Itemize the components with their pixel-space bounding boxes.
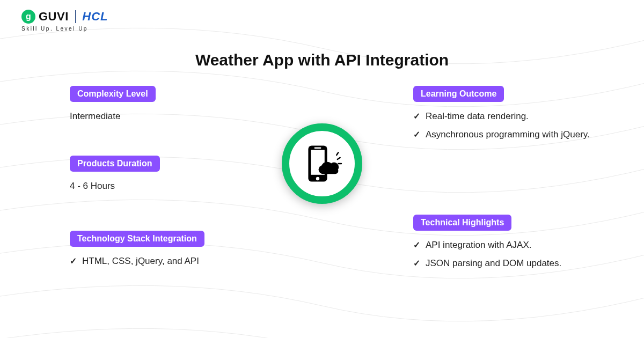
guvi-mark-icon: g bbox=[21, 10, 35, 24]
list-item-text: Asynchronous programming with jQuery. bbox=[426, 128, 590, 142]
section-learning: Learning Outcome ✓ Real-time data render… bbox=[413, 86, 590, 145]
badge-stack: Technology Stack Integration bbox=[70, 231, 204, 247]
svg-point-2 bbox=[316, 177, 319, 180]
badge-technical: Technical Highlights bbox=[413, 215, 511, 231]
check-icon: ✓ bbox=[413, 128, 420, 142]
page-title: Weather App with API Integration bbox=[0, 51, 644, 69]
check-icon: ✓ bbox=[413, 256, 420, 270]
logo-divider bbox=[75, 10, 76, 23]
svg-rect-3 bbox=[314, 148, 321, 149]
tagline: Skill Up. Level Up bbox=[21, 26, 108, 32]
list-item: ✓ HTML, CSS, jQuery, and API bbox=[70, 254, 204, 268]
check-icon: ✓ bbox=[413, 109, 420, 123]
badge-learning: Learning Outcome bbox=[413, 86, 504, 102]
center-icon-circle bbox=[282, 123, 362, 204]
check-icon: ✓ bbox=[413, 238, 420, 252]
list-item-text: HTML, CSS, jQuery, and API bbox=[82, 254, 199, 268]
svg-line-10 bbox=[336, 152, 338, 155]
section-stack: Technology Stack Integration ✓ HTML, CSS… bbox=[70, 231, 204, 273]
guvi-logo: g GUVI bbox=[21, 10, 69, 24]
duration-value: 4 - 6 Hours bbox=[70, 179, 160, 193]
brand-header: g GUVI HCL Skill Up. Level Up bbox=[21, 10, 108, 32]
section-complexity: Complexity Level Intermediate bbox=[70, 86, 156, 123]
list-item: ✓ JSON parsing and DOM updates. bbox=[413, 256, 561, 270]
complexity-value: Intermediate bbox=[70, 109, 156, 123]
mobile-weather-icon bbox=[301, 142, 343, 185]
check-icon: ✓ bbox=[70, 254, 77, 268]
list-item: ✓ Asynchronous programming with jQuery. bbox=[413, 128, 590, 142]
section-technical: Technical Highlights ✓ API integration w… bbox=[413, 215, 561, 274]
list-item: ✓ Real-time data rendering. bbox=[413, 109, 590, 123]
list-item-text: API integration with AJAX. bbox=[426, 238, 532, 252]
section-duration: Products Duration 4 - 6 Hours bbox=[70, 156, 160, 193]
hcl-logo: HCL bbox=[82, 10, 108, 24]
svg-rect-7 bbox=[320, 168, 339, 174]
guvi-wordmark: GUVI bbox=[39, 10, 69, 24]
badge-complexity: Complexity Level bbox=[70, 86, 156, 102]
learning-list: ✓ Real-time data rendering. ✓ Asynchrono… bbox=[413, 109, 590, 141]
badge-duration: Products Duration bbox=[70, 156, 160, 172]
technical-list: ✓ API integration with AJAX. ✓ JSON pars… bbox=[413, 238, 561, 270]
list-item-text: JSON parsing and DOM updates. bbox=[426, 256, 561, 270]
list-item: ✓ API integration with AJAX. bbox=[413, 238, 561, 252]
stack-list: ✓ HTML, CSS, jQuery, and API bbox=[70, 254, 204, 268]
svg-line-8 bbox=[338, 158, 340, 159]
list-item-text: Real-time data rendering. bbox=[426, 109, 529, 123]
